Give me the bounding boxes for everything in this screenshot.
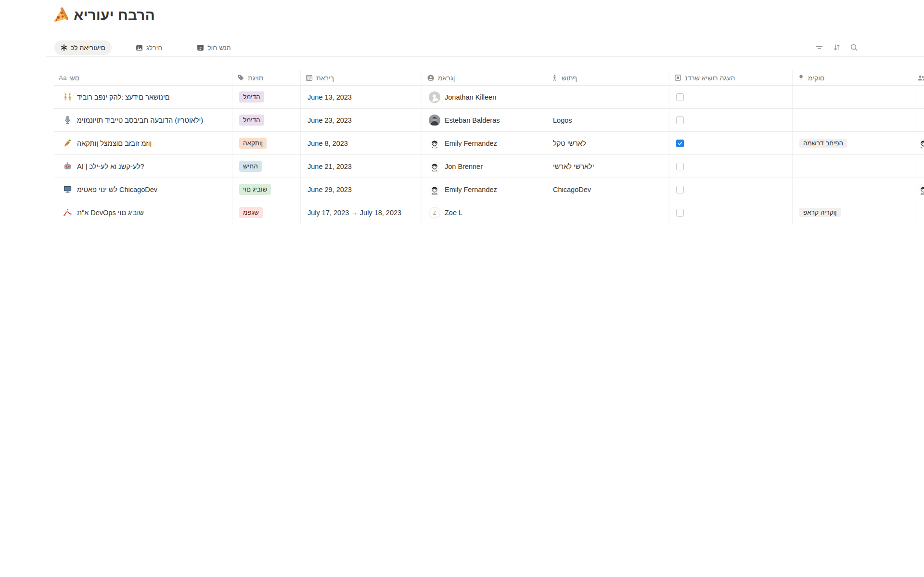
partner-cell[interactable]: ישראל ישראלי bbox=[546, 155, 669, 178]
partner-cell[interactable]: Logos bbox=[546, 109, 669, 131]
table-row: מיטאפ יוני של ChicagoDevיום גיבושJune 29… bbox=[54, 178, 924, 201]
people-icon bbox=[917, 74, 924, 82]
date-cell[interactable]: June 13, 2023 bbox=[301, 86, 422, 108]
date-cell[interactable]: July 17, 2023 → July 18, 2023 bbox=[301, 201, 422, 224]
column-header-participants[interactable] bbox=[915, 70, 924, 85]
tag-pill: למידה bbox=[239, 115, 264, 126]
organizer-cell[interactable]: Esteban Balderas bbox=[422, 109, 546, 131]
view-tab-all-events[interactable]: כל האירועים bbox=[54, 40, 112, 55]
participants-cell[interactable] bbox=[915, 155, 924, 178]
date-cell[interactable]: June 21, 2023 bbox=[301, 155, 422, 178]
rsvp-checkbox[interactable] bbox=[676, 140, 684, 147]
participants-cell[interactable] bbox=[915, 132, 924, 154]
view-tab-label: גלריה bbox=[146, 44, 162, 51]
sort-icon[interactable] bbox=[833, 43, 841, 51]
carrot-emoji bbox=[63, 139, 73, 148]
location-cell[interactable]: פארק הירקון bbox=[793, 201, 915, 224]
table-row: ת"א DevOps יום גיבושמפגשJuly 17, 2023 → … bbox=[54, 201, 924, 224]
partner-cell[interactable] bbox=[546, 86, 669, 108]
organizer-name: Emily Fernandez bbox=[445, 140, 497, 147]
rsvp-checkbox[interactable] bbox=[676, 116, 684, 124]
tags-cell[interactable]: למידה bbox=[232, 109, 301, 131]
column-header-label: שם bbox=[70, 74, 80, 82]
location-cell[interactable]: המשרד בחיפה bbox=[793, 132, 915, 154]
event-name: דיבור בפני קהל: צעדים ראשונים bbox=[77, 93, 170, 101]
column-header-name[interactable]: Aaשם bbox=[54, 70, 232, 85]
partner-cell[interactable]: ChicagoDev bbox=[546, 178, 669, 201]
table-row: דיבור בפני קהל: צעדים ראשוניםלמידהJune 1… bbox=[54, 86, 924, 109]
participants-cell[interactable] bbox=[915, 178, 924, 201]
participants-cell[interactable] bbox=[915, 201, 924, 224]
event-name-cell[interactable]: מיומנויות דיבייט בסביבת העבודה (וירטואלי… bbox=[54, 109, 232, 131]
tag-pill: למידה bbox=[239, 91, 264, 103]
participants-cell[interactable] bbox=[915, 86, 924, 108]
tag-pill: האקתון bbox=[239, 138, 267, 149]
tags-cell[interactable]: האקתון bbox=[232, 132, 301, 154]
tags-cell[interactable]: שיחה bbox=[232, 155, 301, 178]
pin-icon bbox=[797, 74, 805, 81]
rsvp-cell bbox=[669, 201, 793, 224]
date-cell[interactable]: June 29, 2023 bbox=[301, 178, 422, 201]
table-row: האקתון לצמצום בזבוז מזוןהאקתוןJune 8, 20… bbox=[54, 132, 924, 155]
dancers-emoji bbox=[63, 92, 73, 102]
column-header-partner[interactable]: שותף bbox=[546, 70, 669, 85]
view-tabs: כל האירועים גלריה לוח שנה bbox=[54, 40, 231, 55]
tags-cell[interactable]: יום גיבוש bbox=[232, 178, 301, 201]
event-name: מיומנויות דיבייט בסביבת העבודה (וירטואלי… bbox=[77, 116, 203, 124]
date-cell[interactable]: June 8, 2023 bbox=[301, 132, 422, 154]
location-cell[interactable] bbox=[793, 86, 915, 108]
table-header-row: Aaשםתגיותתאריךמארגןשותףנדרש אישור הגעהמי… bbox=[54, 70, 924, 86]
column-header-label: תגיות bbox=[248, 74, 263, 82]
participants-cell[interactable] bbox=[915, 109, 924, 131]
avatar bbox=[918, 184, 924, 195]
location-cell[interactable] bbox=[793, 155, 915, 178]
organizer-cell[interactable]: Jon Brenner bbox=[422, 155, 546, 178]
tags-cell[interactable]: מפגש bbox=[232, 201, 301, 224]
column-header-tags[interactable]: תגיות bbox=[232, 70, 301, 85]
page-header: אירועי חברה bbox=[51, 6, 155, 25]
view-tab-gallery[interactable]: גלריה bbox=[136, 44, 162, 51]
event-name-cell[interactable]: AI | כלי-על או נשק-על? bbox=[54, 155, 232, 178]
view-actions bbox=[815, 43, 858, 51]
event-name-cell[interactable]: דיבור בפני קהל: צעדים ראשונים bbox=[54, 86, 232, 108]
column-header-organizer[interactable]: מארגן bbox=[422, 70, 546, 85]
event-name: ת"א DevOps יום גיבוש bbox=[77, 209, 144, 217]
column-header-label: תאריך bbox=[316, 74, 334, 82]
event-name-cell[interactable]: האקתון לצמצום בזבוז מזון bbox=[54, 132, 232, 154]
table-body: דיבור בפני קהל: צעדים ראשוניםלמידהJune 1… bbox=[54, 86, 924, 224]
search-icon[interactable] bbox=[850, 43, 858, 51]
rsvp-cell bbox=[669, 109, 793, 131]
organizer-name: Jon Brenner bbox=[445, 163, 483, 170]
column-header-rsvp[interactable]: נדרש אישור הגעה bbox=[669, 70, 793, 85]
rsvp-checkbox[interactable] bbox=[676, 209, 684, 217]
view-tab-calendar[interactable]: לוח שנה bbox=[197, 44, 231, 51]
person-circle-icon bbox=[427, 74, 435, 82]
location-cell[interactable] bbox=[793, 178, 915, 201]
avatar bbox=[429, 138, 440, 149]
column-header-date[interactable]: תאריך bbox=[301, 70, 422, 85]
rsvp-checkbox[interactable] bbox=[676, 93, 684, 101]
partner-name: ChicagoDev bbox=[553, 186, 591, 193]
organizer-cell[interactable]: Emily Fernandez bbox=[422, 132, 546, 154]
organizer-cell[interactable]: Jonathan Killeen bbox=[422, 86, 546, 108]
rsvp-checkbox[interactable] bbox=[676, 186, 684, 193]
event-name-cell[interactable]: ת"א DevOps יום גיבוש bbox=[54, 201, 232, 224]
avatar bbox=[429, 184, 440, 195]
robot-emoji bbox=[63, 162, 73, 171]
filter-icon[interactable] bbox=[815, 43, 823, 51]
event-date: July 17, 2023 → July 18, 2023 bbox=[308, 209, 401, 217]
rsvp-cell bbox=[669, 178, 793, 201]
pizza-emoji[interactable] bbox=[51, 7, 69, 25]
organizer-cell[interactable]: Emily Fernandez bbox=[422, 178, 546, 201]
rsvp-cell bbox=[669, 132, 793, 154]
rsvp-checkbox[interactable] bbox=[676, 163, 684, 170]
location-cell[interactable] bbox=[793, 109, 915, 131]
partner-cell[interactable]: לקט ישראל bbox=[546, 132, 669, 154]
tags-cell[interactable]: למידה bbox=[232, 86, 301, 108]
date-cell[interactable]: June 23, 2023 bbox=[301, 109, 422, 131]
event-name-cell[interactable]: מיטאפ יוני של ChicagoDev bbox=[54, 178, 232, 201]
organizer-cell[interactable]: ZZoe L bbox=[422, 201, 546, 224]
page-title[interactable]: אירועי חברה bbox=[74, 6, 155, 25]
column-header-location[interactable]: מיקום bbox=[793, 70, 915, 85]
partner-cell[interactable] bbox=[546, 201, 669, 224]
